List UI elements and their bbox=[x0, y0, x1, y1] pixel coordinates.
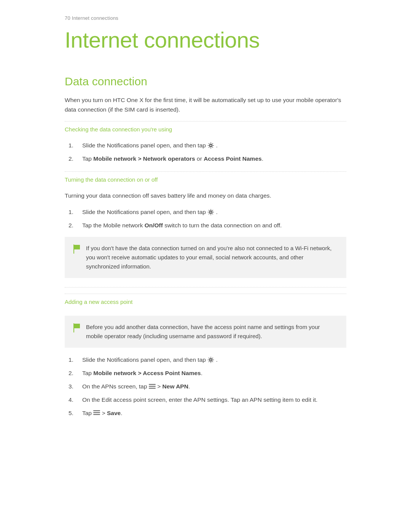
adding-steps: 1. Slide the Notifications panel open, a… bbox=[65, 355, 346, 418]
list-item: 2. Tap Mobile network > Access Point Nam… bbox=[65, 369, 346, 378]
svg-rect-4 bbox=[73, 244, 74, 254]
page-title: Internet connections bbox=[65, 28, 346, 52]
step-content: Tap Mobile network > Access Point Names. bbox=[82, 369, 346, 378]
svg-rect-5 bbox=[73, 323, 74, 332]
list-item: 4. On the Edit access point screen, ente… bbox=[65, 395, 346, 405]
adding-access-point-section: Adding a new access point Before you add… bbox=[65, 294, 346, 418]
svg-rect-12 bbox=[93, 412, 100, 413]
turning-subsection: Turning the data connection on or off Tu… bbox=[65, 171, 346, 278]
list-item: 2. Tap the Mobile network On/Off switch … bbox=[65, 221, 346, 230]
step-number: 1. bbox=[68, 355, 82, 365]
page-container: 70 Internet connections Internet connect… bbox=[0, 0, 411, 532]
step-content: Slide the Notifications panel open, and … bbox=[82, 141, 346, 150]
data-connection-section: Data connection When you turn on HTC One… bbox=[65, 75, 346, 278]
svg-rect-8 bbox=[149, 384, 156, 385]
list-item: 5. Tap > Save. bbox=[65, 409, 346, 418]
bold-text: Save bbox=[107, 410, 121, 416]
checking-subsection: Checking the data connection you're usin… bbox=[65, 121, 346, 164]
menu-icon bbox=[93, 410, 102, 416]
checking-title: Checking the data connection you're usin… bbox=[65, 121, 346, 136]
step-content: On the Edit access point screen, enter t… bbox=[82, 395, 346, 405]
step-content: Tap > Save. bbox=[82, 409, 346, 418]
list-item: 1. Slide the Notifications panel open, a… bbox=[65, 355, 346, 365]
adding-note-box: Before you add another data connection, … bbox=[65, 316, 346, 348]
step-number: 1. bbox=[68, 208, 82, 217]
list-item: 2. Tap Mobile network > Network operator… bbox=[65, 154, 346, 164]
bold-text: Access Point Names bbox=[204, 155, 262, 162]
list-item: 1. Slide the Notifications panel open, a… bbox=[65, 208, 346, 217]
bold-text: New APN bbox=[162, 383, 188, 390]
svg-point-6 bbox=[210, 359, 212, 361]
bold-text: On/Off bbox=[145, 222, 163, 228]
step-number: 5. bbox=[68, 409, 82, 418]
svg-rect-9 bbox=[149, 386, 156, 387]
page-number: 70 Internet connections bbox=[65, 15, 346, 21]
section-divider bbox=[65, 287, 346, 288]
adding-title: Adding a new access point bbox=[65, 294, 346, 309]
step-number: 4. bbox=[68, 395, 82, 405]
turning-steps: 1. Slide the Notifications panel open, a… bbox=[65, 208, 346, 230]
gear-icon bbox=[207, 142, 216, 149]
note-box: If you don't have the data connection tu… bbox=[65, 237, 346, 278]
step-number: 2. bbox=[68, 369, 82, 378]
data-connection-intro: When you turn on HTC One X for the first… bbox=[65, 96, 346, 115]
step-content: On the APNs screen, tap > New APN. bbox=[82, 382, 346, 391]
menu-icon bbox=[149, 383, 157, 390]
svg-rect-10 bbox=[149, 388, 156, 388]
list-item: 3. On the APNs screen, tap > New APN. bbox=[65, 382, 346, 391]
svg-rect-13 bbox=[93, 414, 100, 415]
step-content: Slide the Notifications panel open, and … bbox=[82, 355, 346, 365]
turning-intro: Turning your data connection off saves b… bbox=[65, 191, 346, 201]
gear-icon bbox=[207, 356, 216, 363]
turning-title: Turning the data connection on or off bbox=[65, 171, 346, 187]
note-text: Before you add another data connection, … bbox=[86, 323, 337, 341]
note-text: If you don't have the data connection tu… bbox=[86, 244, 337, 271]
bold-text: Mobile network > Network operators bbox=[93, 155, 195, 162]
step-number: 2. bbox=[68, 154, 82, 164]
list-item: 1. Slide the Notifications panel open, a… bbox=[65, 141, 346, 150]
svg-point-0 bbox=[210, 145, 212, 147]
step-content: Slide the Notifications panel open, and … bbox=[82, 208, 346, 217]
gear-icon bbox=[207, 209, 216, 215]
step-number: 1. bbox=[68, 141, 82, 150]
data-connection-title: Data connection bbox=[65, 75, 346, 88]
step-content: Tap the Mobile network On/Off switch to … bbox=[82, 221, 346, 230]
flag-icon bbox=[72, 244, 80, 256]
flag-icon bbox=[72, 323, 80, 334]
step-content: Tap Mobile network > Network operators o… bbox=[82, 154, 346, 164]
step-number: 3. bbox=[68, 382, 82, 391]
svg-point-2 bbox=[210, 211, 212, 213]
checking-steps: 1. Slide the Notifications panel open, a… bbox=[65, 141, 346, 164]
svg-rect-11 bbox=[93, 411, 100, 411]
bold-text: Mobile network > Access Point Names bbox=[93, 370, 201, 376]
step-number: 2. bbox=[68, 221, 82, 230]
